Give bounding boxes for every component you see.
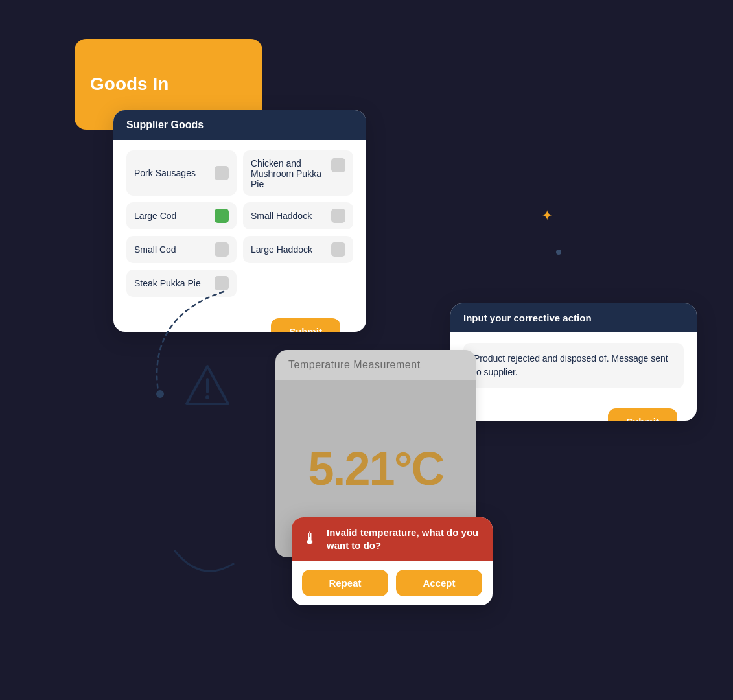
corrective-action-header: Input your corrective action bbox=[450, 303, 697, 332]
svg-point-3 bbox=[156, 390, 164, 398]
goods-item-label: Pork Sausages bbox=[134, 168, 196, 178]
goods-item-chicken-pie[interactable]: Chicken and Mushroom Pukka Pie bbox=[243, 150, 353, 196]
supplier-goods-submit-button[interactable]: Submit bbox=[271, 318, 340, 332]
goods-item-label: Small Haddock bbox=[251, 211, 312, 221]
invalid-temp-message: Invalid temperature, what do you want to… bbox=[327, 526, 482, 552]
goods-item-checkbox[interactable] bbox=[215, 166, 229, 180]
corrective-action-text: Product rejected and disposed of. Messag… bbox=[463, 343, 684, 388]
supplier-goods-header: Supplier Goods bbox=[113, 110, 366, 140]
goods-item-label: Large Haddock bbox=[251, 244, 312, 255]
goods-item-label: Large Cod bbox=[134, 211, 176, 221]
goods-item-large-cod[interactable]: Large Cod bbox=[126, 202, 237, 229]
goods-item-label: Small Cod bbox=[134, 244, 176, 255]
curve-arc-decoration bbox=[162, 544, 240, 583]
goods-item-checkbox[interactable] bbox=[331, 242, 345, 257]
goods-item-label: Chicken and Mushroom Pukka Pie bbox=[251, 158, 326, 189]
goods-item-checkbox[interactable] bbox=[331, 209, 345, 223]
goods-item-checkbox[interactable] bbox=[331, 158, 345, 172]
corrective-action-card: Input your corrective action Product rej… bbox=[450, 303, 697, 421]
small-dot-decoration bbox=[556, 250, 561, 255]
invalid-temp-actions: Repeat Accept bbox=[292, 561, 493, 605]
invalid-temp-header: 🌡 Invalid temperature, what do you want … bbox=[292, 517, 493, 561]
invalid-temperature-popup: 🌡 Invalid temperature, what do you want … bbox=[292, 517, 493, 605]
temperature-measurement-header: Temperature Measurement bbox=[275, 350, 476, 380]
accept-button[interactable]: Accept bbox=[396, 570, 482, 596]
goods-item-large-haddock[interactable]: Large Haddock bbox=[243, 236, 353, 263]
goods-item-checkbox[interactable] bbox=[215, 242, 229, 257]
goods-item-small-haddock[interactable]: Small Haddock bbox=[243, 202, 353, 229]
corrective-action-submit-button[interactable]: Submit bbox=[608, 408, 677, 421]
goods-item-checkbox-checked[interactable] bbox=[215, 209, 229, 223]
goods-item-pork-sausages[interactable]: Pork Sausages bbox=[126, 150, 237, 196]
corrective-action-body: Product rejected and disposed of. Messag… bbox=[450, 332, 697, 401]
goods-item-small-cod[interactable]: Small Cod bbox=[126, 236, 237, 263]
dotted-arc-decoration bbox=[120, 279, 250, 408]
repeat-button[interactable]: Repeat bbox=[302, 570, 388, 596]
thermometer-icon: 🌡 bbox=[302, 529, 319, 549]
sparkle-decoration: ✦ bbox=[541, 207, 553, 224]
goods-in-title: Goods In bbox=[90, 74, 169, 95]
